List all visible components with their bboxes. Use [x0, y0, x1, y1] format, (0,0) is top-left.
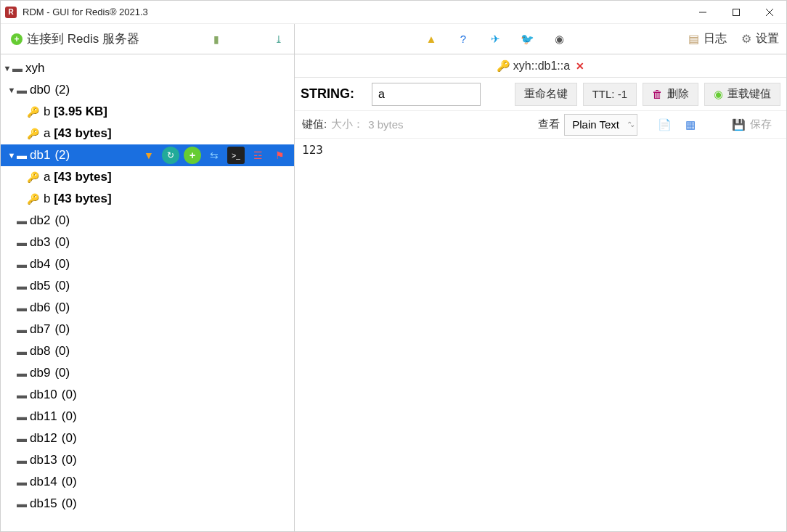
sync-icon[interactable]: ⇆: [205, 147, 223, 164]
db-node-db13[interactable]: ▼▬db13(0): [1, 449, 294, 471]
size-value: 3 bytes: [368, 118, 403, 131]
flag-icon[interactable]: ⚑: [271, 147, 288, 164]
size-label: 大小：: [331, 118, 364, 131]
app-window: R RDM - GUI for Redis® 2021.3 + 连接到 Redi…: [0, 0, 787, 532]
svg-rect-1: [733, 9, 740, 15]
database-icon: ▬: [17, 411, 27, 422]
db-node-db9[interactable]: ▼▬db9(0): [1, 362, 294, 384]
reload-icon[interactable]: ↻: [162, 147, 179, 164]
key-icon: 🔑: [27, 106, 39, 118]
database-icon: ▬: [17, 389, 27, 401]
chevron-down-icon: ▼: [2, 64, 12, 73]
close-tab-button[interactable]: ✕: [576, 60, 584, 72]
db-node-db11[interactable]: ▼▬db11(0): [1, 406, 294, 427]
db-node-db15[interactable]: ▼▬db15(0): [1, 493, 294, 515]
database-icon: ▬: [17, 280, 27, 292]
key-node[interactable]: 🔑 a [43 bytes]: [1, 123, 294, 144]
plus-icon: +: [11, 33, 23, 45]
key-header: STRING: 重命名键 TTL: -1 🗑删除 ◉重载键值: [295, 78, 786, 111]
db-node-db8[interactable]: ▼▬db8(0): [1, 340, 294, 362]
database-icon: ▬: [17, 302, 27, 314]
chevron-down-icon: ▼: [7, 151, 17, 160]
toolbar-left: + 连接到 Redis 服务器 ▮ ⤓: [1, 24, 295, 54]
warning-icon[interactable]: ▲: [424, 32, 439, 46]
reload-icon: ◉: [714, 88, 723, 101]
github-icon[interactable]: ◉: [552, 32, 566, 46]
terminal-icon[interactable]: >_: [227, 147, 245, 164]
ttl-button[interactable]: TTL: -1: [583, 83, 637, 106]
db-node-db12[interactable]: ▼▬db12(0): [1, 427, 294, 449]
database-icon: ▬: [17, 433, 27, 444]
titlebar: R RDM - GUI for Redis® 2021.3: [1, 1, 786, 24]
db-node-db6[interactable]: ▼▬db6(0): [1, 297, 294, 319]
add-key-icon[interactable]: +: [184, 147, 201, 164]
twitter-icon[interactable]: 🐦: [520, 32, 534, 46]
database-icon: ▬: [17, 367, 27, 379]
db-node-db0[interactable]: ▼ ▬ db0 (2): [1, 79, 294, 101]
toolbar-right: ▲ ? ✈ 🐦 ◉ ▤ 日志 ⚙ 设置: [295, 24, 786, 54]
close-window-button[interactable]: [753, 1, 786, 24]
db-node-db7[interactable]: ▼▬db7(0): [1, 319, 294, 340]
db-node-db4[interactable]: ▼▬db4(0): [1, 253, 294, 275]
connection-tree[interactable]: ▼ ▬ xyh ▼ ▬ db0 (2) 🔑 b [3.95 KB] 🔑 a [4…: [1, 54, 295, 531]
bookmark-icon[interactable]: ▮: [207, 30, 226, 49]
delete-key-button[interactable]: 🗑删除: [643, 83, 698, 106]
help-icon[interactable]: ?: [456, 32, 470, 46]
gear-icon: ⚙: [741, 32, 751, 46]
database-icon: ▬: [17, 215, 27, 226]
flush-icon[interactable]: ☲: [249, 147, 266, 164]
db-node-db5[interactable]: ▼▬db5(0): [1, 275, 294, 297]
db-node-db1[interactable]: ▼ ▬ db1 (2) ▼ ↻ + ⇆ >_ ☲ ⚑: [1, 144, 294, 166]
database-icon: ▬: [17, 476, 27, 488]
value-label: 键值:: [302, 118, 327, 131]
save-icon: 💾: [732, 118, 746, 131]
db-node-db3[interactable]: ▼▬db3(0): [1, 232, 294, 253]
db-node-db2[interactable]: ▼▬db2(0): [1, 210, 294, 232]
key-tab-bar: 🔑 xyh::db1::a ✕: [295, 54, 786, 78]
app-icon: R: [5, 7, 17, 18]
database-icon: ▬: [17, 84, 27, 96]
rename-key-button[interactable]: 重命名键: [515, 83, 577, 106]
view-mode-select[interactable]: Plain Text: [564, 114, 637, 136]
database-icon: ▬: [17, 345, 27, 357]
save-button[interactable]: 💾 保存: [725, 114, 779, 136]
telegram-icon[interactable]: ✈: [488, 32, 502, 46]
reload-key-button[interactable]: ◉重载键值: [704, 83, 780, 106]
window-title: RDM - GUI for Redis® 2021.3: [23, 7, 686, 17]
db-node-db10[interactable]: ▼▬db10(0): [1, 384, 294, 406]
key-name-input[interactable]: [372, 83, 481, 106]
db-node-db14[interactable]: ▼▬db14(0): [1, 471, 294, 493]
database-icon: ▬: [17, 324, 27, 335]
maximize-button[interactable]: [719, 1, 753, 24]
key-icon: 🔑: [27, 171, 39, 183]
value-content[interactable]: 123: [295, 139, 786, 531]
value-header: 键值: 大小： 3 bytes 查看 Plain Text 📄 ▦ 💾 保存: [295, 111, 786, 139]
minimize-button[interactable]: [686, 1, 719, 24]
log-button[interactable]: ▤ 日志: [688, 31, 727, 46]
settings-button[interactable]: ⚙ 设置: [741, 31, 779, 46]
log-icon: ▤: [688, 32, 699, 46]
import-icon[interactable]: ⤓: [269, 30, 288, 49]
database-icon: ▬: [17, 498, 27, 510]
server-node[interactable]: ▼ ▬ xyh: [1, 57, 294, 79]
content-pane: 🔑 xyh::db1::a ✕ STRING: 重命名键 TTL: -1 🗑删除…: [295, 54, 786, 531]
view-label: 查看: [538, 118, 560, 131]
connect-label: 连接到 Redis 服务器: [27, 30, 139, 47]
key-icon: 🔑: [27, 193, 39, 205]
tab-title[interactable]: xyh::db1::a: [513, 60, 570, 73]
document-icon[interactable]: ▦: [680, 114, 701, 136]
server-icon: ▬: [12, 62, 23, 74]
connect-server-button[interactable]: + 连接到 Redis 服务器: [7, 28, 144, 50]
key-type-label: STRING:: [301, 86, 366, 102]
key-icon: 🔑: [497, 60, 510, 73]
database-icon: ▬: [17, 454, 27, 466]
key-node[interactable]: 🔑 a [43 bytes]: [1, 166, 294, 188]
database-icon: ▬: [17, 150, 27, 161]
key-node[interactable]: 🔑 b [43 bytes]: [1, 188, 294, 210]
db-row-actions: ▼ ↻ + ⇆ >_ ☲ ⚑: [140, 147, 294, 164]
key-icon: 🔑: [27, 128, 39, 139]
filter-icon[interactable]: ▼: [140, 147, 158, 164]
key-node[interactable]: 🔑 b [3.95 KB]: [1, 101, 294, 123]
trash-icon: 🗑: [652, 88, 663, 100]
copy-icon[interactable]: 📄: [653, 114, 675, 136]
